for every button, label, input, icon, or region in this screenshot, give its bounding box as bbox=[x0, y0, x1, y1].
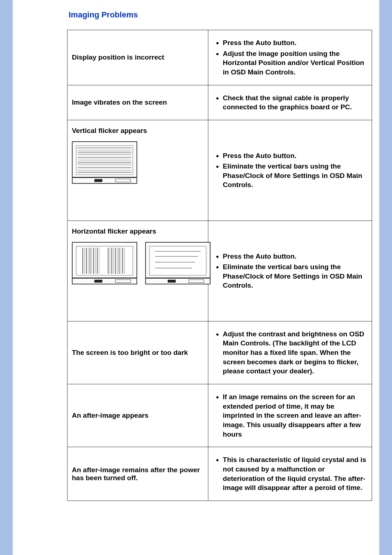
svg-rect-53 bbox=[168, 280, 176, 283]
solution-item: Eliminate the vertical bars using the Ph… bbox=[223, 162, 367, 190]
solution-item: Eliminate the vertical bars using the Ph… bbox=[223, 262, 367, 290]
solution-item: This is characteristic of liquid crystal… bbox=[223, 455, 367, 493]
solution-list: Adjust the contrast and brightness on OS… bbox=[213, 329, 367, 376]
problem-cell: Display position is incorrect bbox=[68, 30, 208, 85]
solution-list: Press the Auto button.Eliminate the vert… bbox=[213, 151, 367, 190]
svg-rect-1 bbox=[76, 146, 133, 175]
content-inner: Imaging Problems Display position is inc… bbox=[67, 0, 372, 515]
problem-text: Vertical flicker appears bbox=[72, 127, 204, 135]
solution-cell: If an image remains on the screen for an… bbox=[208, 384, 372, 447]
troubleshoot-tbody: Display position is incorrectPress the A… bbox=[68, 30, 372, 501]
problem-text: Image vibrates on the screen bbox=[72, 98, 204, 106]
problem-cell: Horizontal flicker appears bbox=[68, 220, 208, 321]
problem-text: Horizontal flicker appears bbox=[72, 227, 204, 235]
solution-cell: This is characteristic of liquid crystal… bbox=[208, 447, 372, 501]
solution-cell: Press the Auto button.Adjust the image p… bbox=[208, 30, 372, 85]
solution-list: Press the Auto button.Adjust the image p… bbox=[213, 38, 367, 77]
svg-rect-20 bbox=[115, 179, 131, 182]
problem-text: The screen is too bright or too dark bbox=[72, 349, 204, 357]
problem-text: An after-image appears bbox=[72, 412, 204, 420]
table-row: Horizontal flicker appears Press the Aut… bbox=[68, 220, 372, 321]
table-row: An after-image remains after the power h… bbox=[68, 447, 372, 501]
problem-cell: An after-image appears bbox=[68, 384, 208, 447]
table-row: Display position is incorrectPress the A… bbox=[68, 30, 372, 85]
solution-cell: Adjust the contrast and brightness on OS… bbox=[208, 321, 372, 384]
problem-cell: The screen is too bright or too dark bbox=[68, 321, 208, 384]
svg-rect-45 bbox=[115, 280, 131, 283]
problem-text: Display position is incorrect bbox=[72, 53, 204, 61]
illustration-horizontal-flicker bbox=[72, 242, 204, 285]
table-row: Image vibrates on the screenCheck that t… bbox=[68, 85, 372, 120]
problem-cell: Image vibrates on the screen bbox=[68, 85, 208, 120]
problem-cell: Vertical flicker appears bbox=[68, 120, 208, 220]
table-row: Vertical flicker appears Press the Auto … bbox=[68, 120, 372, 220]
solution-item: Adjust the contrast and brightness on OS… bbox=[223, 329, 367, 376]
solution-item: Adjust the image position using the Hori… bbox=[223, 49, 367, 77]
section-heading: Imaging Problems bbox=[69, 10, 372, 20]
solution-list: Press the Auto button.Eliminate the vert… bbox=[213, 252, 367, 291]
svg-rect-47 bbox=[150, 246, 206, 275]
solution-cell: Check that the signal cable is properly … bbox=[208, 85, 372, 120]
monitor-hlines-icon bbox=[72, 141, 137, 185]
svg-rect-54 bbox=[189, 280, 204, 283]
problem-text: An after-image remains after the power h… bbox=[72, 466, 204, 482]
solution-item: Press the Auto button. bbox=[223, 151, 367, 161]
troubleshoot-table: Display position is incorrectPress the A… bbox=[67, 30, 372, 501]
solution-item: Press the Auto button. bbox=[223, 38, 367, 48]
illustration-vertical-flicker bbox=[72, 141, 204, 185]
problem-cell: An after-image remains after the power h… bbox=[68, 447, 208, 501]
solution-item: Check that the signal cable is properly … bbox=[223, 93, 367, 112]
solution-list: This is characteristic of liquid crystal… bbox=[213, 455, 367, 493]
solution-cell: Press the Auto button.Eliminate the vert… bbox=[208, 220, 372, 321]
page-frame: Imaging Problems Display position is inc… bbox=[0, 0, 392, 555]
svg-rect-19 bbox=[94, 179, 102, 182]
table-row: An after-image appearsIf an image remain… bbox=[68, 384, 372, 447]
table-row: The screen is too bright or too darkAdju… bbox=[68, 321, 372, 384]
solution-list: Check that the signal cable is properly … bbox=[213, 93, 367, 112]
solution-item: Press the Auto button. bbox=[223, 252, 367, 261]
solution-list: If an image remains on the screen for an… bbox=[213, 392, 367, 439]
solution-item: If an image remains on the screen for an… bbox=[223, 392, 367, 439]
monitor-vbars-icon bbox=[72, 242, 137, 285]
content-panel: Imaging Problems Display position is inc… bbox=[12, 0, 380, 555]
svg-rect-44 bbox=[94, 280, 102, 283]
solution-cell: Press the Auto button.Eliminate the vert… bbox=[208, 120, 372, 220]
monitor-sparse-icon bbox=[145, 242, 211, 285]
